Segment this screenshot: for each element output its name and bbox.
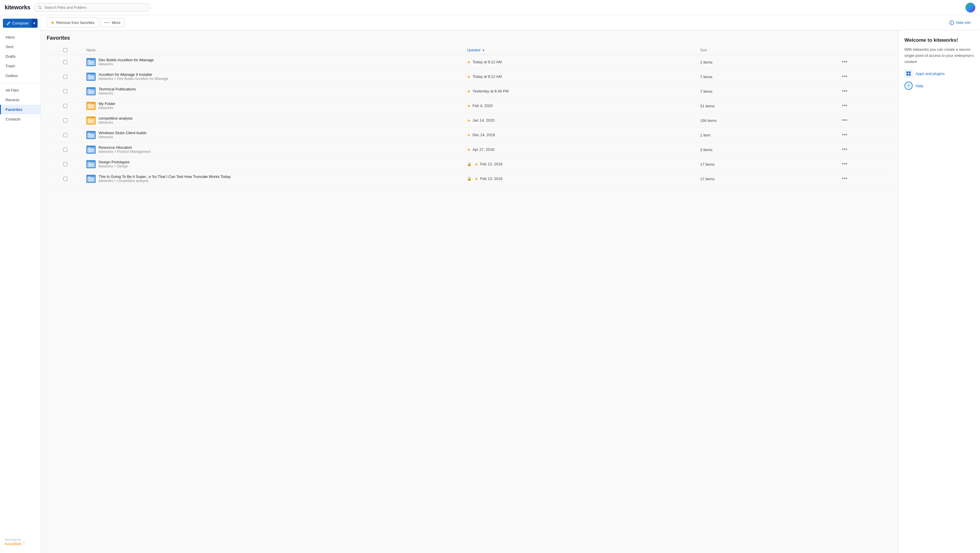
sidebar-item-drafts[interactable]: Drafts [0, 52, 41, 61]
sidebar-item-trash[interactable]: Trash [0, 61, 41, 71]
row-actions-button[interactable]: ••• [840, 73, 849, 80]
remove-favorites-button[interactable]: ★ Remove from favorites [47, 17, 98, 28]
hide-info-button[interactable]: i Hide info [946, 18, 974, 27]
file-name[interactable]: Design Prototypes [99, 160, 129, 164]
table-row: Windows Stubs Client builds kiteworks ★ … [47, 128, 892, 142]
compose-caret[interactable]: ▾ [32, 19, 37, 28]
row-actions-button[interactable]: ••• [840, 102, 849, 110]
row-actions-button[interactable]: ••• [840, 87, 849, 95]
row-checkbox[interactable] [63, 104, 67, 108]
row-checkbox[interactable] [63, 148, 67, 152]
folder-icon [86, 73, 95, 81]
file-path: kiteworks > competitive analysis [99, 179, 231, 183]
secured-by-text: Secured by [5, 538, 21, 541]
row-actions-button[interactable]: ••• [840, 175, 849, 182]
select-all-checkbox[interactable] [63, 48, 67, 52]
file-name[interactable]: competitive analysis [99, 116, 132, 121]
row-updated-text: Feb 13, 2018 [480, 176, 503, 181]
file-name[interactable]: Dev Builds Accellion for iManage [99, 58, 154, 62]
sidebar-item-all-files[interactable]: All Files [0, 86, 41, 95]
table-header-check [47, 46, 84, 55]
svg-point-46 [91, 149, 93, 150]
svg-text:i: i [951, 21, 952, 24]
row-checkbox[interactable] [63, 75, 67, 79]
svg-line-1 [41, 8, 42, 9]
svg-point-28 [91, 105, 93, 106]
row-checkbox[interactable] [63, 118, 67, 122]
svg-text:?: ? [908, 84, 910, 87]
row-actions-cell: ••• [838, 157, 892, 172]
row-star-icon[interactable]: ★ [474, 162, 478, 167]
sidebar-item-contacts[interactable]: Contacts [0, 114, 41, 124]
row-actions-cell: ••• [838, 84, 892, 99]
help-label: Help [916, 84, 923, 88]
sidebar-item-outbox[interactable]: Outbox [0, 71, 41, 81]
row-star-icon[interactable]: ★ [467, 118, 471, 123]
info-icon: i [950, 21, 954, 25]
row-checkbox[interactable] [63, 89, 67, 93]
folder-icon [86, 58, 95, 66]
row-star-icon[interactable]: ★ [467, 75, 471, 79]
table-header-updated[interactable]: Updated ▼ [465, 46, 698, 55]
avatar[interactable] [966, 3, 975, 13]
sidebar-item-favorites[interactable]: Favorites [0, 105, 41, 114]
file-name-group: This Is Going To Be A Super...e So That … [99, 175, 231, 183]
apps-plugins-link[interactable]: Apps and plugins [904, 70, 974, 78]
row-actions-cell: ••• [838, 172, 892, 186]
row-star-icon[interactable]: ★ [467, 103, 471, 108]
row-actions-button[interactable]: ••• [840, 160, 849, 168]
row-actions-button[interactable]: ••• [840, 117, 849, 124]
sidebar-item-sent[interactable]: Sent [0, 42, 41, 52]
row-checkbox[interactable] [63, 177, 67, 181]
row-updated-text: Yesterday at 8:48 PM [473, 89, 509, 93]
main-layout: Compose ▾ Inbox Sent Drafts Trash Outbox… [0, 15, 980, 553]
help-icon: ? [904, 82, 913, 90]
row-size-text: 2 items [700, 60, 713, 64]
file-name[interactable]: This Is Going To Be A Super...e So That … [99, 175, 231, 179]
row-star-icon[interactable]: ★ [467, 147, 471, 152]
table-header-name[interactable]: Name [84, 46, 465, 55]
row-checkbox[interactable] [63, 133, 67, 137]
table-header-size[interactable]: Size [698, 46, 838, 55]
row-updated-text: Apr 27, 2018 [473, 147, 494, 152]
file-path: kiteworks [99, 106, 116, 110]
search-input[interactable] [45, 5, 146, 10]
row-name-cell: Design Prototypes kiteworks > Design [84, 157, 465, 172]
row-checkbox[interactable] [63, 60, 67, 64]
file-name[interactable]: Resource Allocation [99, 145, 151, 149]
row-checkbox[interactable] [63, 162, 67, 166]
row-star-icon[interactable]: ★ [467, 89, 471, 94]
row-size-text: 31 items [700, 104, 714, 108]
svg-point-21 [89, 91, 91, 92]
row-star-icon[interactable]: ★ [474, 176, 478, 181]
row-actions-cell: ••• [838, 128, 892, 142]
row-size-text: 7 items [700, 75, 713, 79]
file-name[interactable]: Technical Publications [99, 87, 136, 91]
more-button[interactable]: ••• More [100, 18, 124, 27]
row-updated-text: Today at 9:12 AM [473, 60, 502, 64]
folder-icon [86, 102, 95, 110]
svg-point-57 [89, 178, 91, 180]
row-star-icon[interactable]: ★ [467, 60, 471, 64]
row-checkbox-cell [47, 55, 84, 70]
sidebar-footer: Secured by Accellion ™ [0, 534, 41, 550]
sidebar-item-inbox[interactable]: Inbox [0, 32, 41, 42]
row-actions-button[interactable]: ••• [840, 131, 849, 138]
search-container [34, 3, 151, 12]
row-actions-button[interactable]: ••• [840, 146, 849, 153]
svg-line-2 [9, 22, 10, 23]
file-name[interactable]: My Folder [99, 102, 116, 106]
file-name[interactable]: Windows Stubs Client builds [99, 131, 146, 135]
row-actions-button[interactable]: ••• [840, 58, 849, 66]
row-star-icon[interactable]: ★ [467, 133, 471, 137]
compose-button[interactable]: Compose ▾ [3, 19, 38, 28]
row-name-cell: My Folder kiteworks [84, 99, 465, 113]
help-link[interactable]: ? Help [904, 82, 974, 90]
row-updated-cell: ★ Dec 24, 2018 [465, 128, 698, 142]
folder-icon [86, 87, 95, 95]
sidebar-item-recents[interactable]: Recents [0, 95, 41, 105]
file-name[interactable]: Accellion for iManage 9 Installer [99, 72, 168, 77]
row-actions-cell: ••• [838, 113, 892, 128]
file-name-group: Technical Publications kiteworks [99, 87, 136, 95]
row-size-text: 17 items [700, 177, 714, 181]
